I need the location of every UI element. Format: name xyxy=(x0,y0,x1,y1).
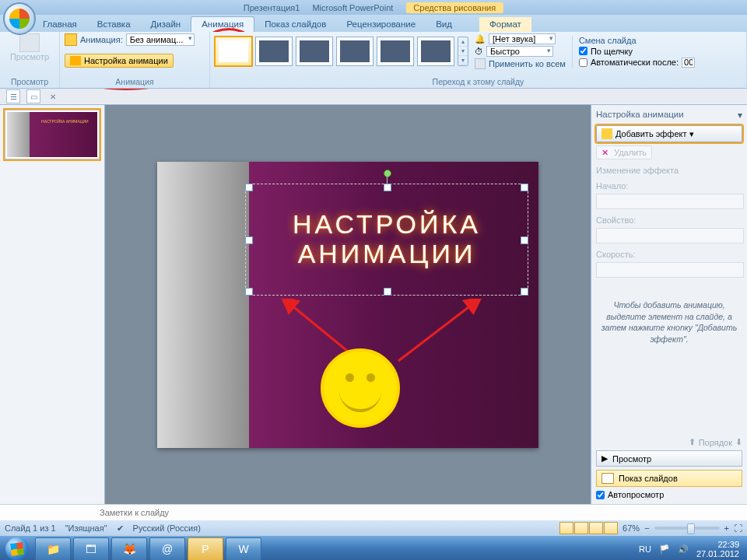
toolbar-row: ☰ ▭ ✕ xyxy=(0,89,747,105)
slides-btn[interactable]: ▭ xyxy=(26,89,40,103)
on-click-checkbox[interactable]: По щелчку xyxy=(579,47,695,56)
tab-view[interactable]: Вид xyxy=(426,17,462,32)
zoom-in[interactable]: + xyxy=(724,523,729,533)
zoom-slider[interactable] xyxy=(654,527,720,530)
status-language[interactable]: Русский (Россия) xyxy=(133,523,201,533)
group-transition-label: Переход к этому слайду xyxy=(215,75,742,86)
close-pane-btn[interactable]: ✕ xyxy=(47,90,59,103)
handle-t[interactable] xyxy=(384,184,391,191)
notes-bar[interactable]: Заметки к слайду xyxy=(0,504,747,520)
handle-tr[interactable] xyxy=(521,184,528,191)
start-button[interactable] xyxy=(2,536,33,560)
preview-button[interactable]: Просмотр xyxy=(5,33,54,61)
taskbar-app-2[interactable]: @ xyxy=(149,537,185,560)
auto-after-checkbox[interactable]: Автоматически после: xyxy=(579,58,695,68)
property-dropdown xyxy=(596,228,744,243)
thumbnails-pane[interactable]: 1 НАСТРОЙКА АНИМАЦИИ xyxy=(0,105,105,504)
tray-flag-icon[interactable]: 🏳️ xyxy=(659,544,670,555)
autopreview-checkbox[interactable]: Автопросмотр xyxy=(596,490,742,499)
notes-placeholder: Заметки к слайду xyxy=(100,508,169,517)
system-tray[interactable]: RU 🏳️ 🔊 22:39 27.01.2012 xyxy=(639,540,745,558)
slide-number: 1 xyxy=(0,112,1,121)
auto-after-input[interactable] xyxy=(682,58,695,68)
pane-preview-label: Просмотр xyxy=(612,454,651,464)
apply-all-button[interactable]: Применить ко всем xyxy=(475,58,566,69)
handle-bl[interactable] xyxy=(245,288,253,296)
tray-clock[interactable]: 22:39 27.01.2012 xyxy=(696,540,739,558)
taskbar-firefox[interactable]: 🦊 xyxy=(111,537,147,560)
slide-change-options: Смена слайда По щелчку Автоматически пос… xyxy=(572,36,695,68)
handle-r[interactable] xyxy=(521,236,528,244)
outline-btn[interactable]: ☰ xyxy=(6,89,20,103)
transition-gallery[interactable]: ▴▾▾ xyxy=(215,35,468,68)
taskbar-word[interactable]: W xyxy=(226,537,261,560)
screen-icon xyxy=(601,473,614,484)
status-theme: "Изящная" xyxy=(65,523,107,533)
pane-slideshow-button[interactable]: Показ слайдов xyxy=(596,470,742,487)
taskbar-explorer[interactable]: 📁 xyxy=(35,537,71,560)
add-effect-button[interactable]: Добавить эффект ▾ xyxy=(596,125,742,142)
tab-animation[interactable]: Анимация xyxy=(191,16,254,32)
start-dropdown xyxy=(596,194,744,209)
handle-br[interactable] xyxy=(521,288,528,296)
tray-lang[interactable]: RU xyxy=(639,544,651,554)
custom-animation-label: Настройка анимации xyxy=(84,56,168,65)
smiley-mouth xyxy=(339,389,381,412)
custom-animation-button[interactable]: Настройка анимации xyxy=(65,54,174,68)
animation-dropdown[interactable]: Без анимац... xyxy=(126,33,195,46)
transition-thumb-2[interactable] xyxy=(296,37,333,66)
title-bar: Презентация1 Microsoft PowerPoint Средст… xyxy=(0,0,747,15)
title-center: Презентация1 Microsoft PowerPoint Средст… xyxy=(244,2,503,13)
view-buttons[interactable] xyxy=(559,522,618,534)
animation-label: Анимация: xyxy=(80,35,123,44)
smiley-shape[interactable] xyxy=(321,348,400,428)
title-placeholder[interactable]: НАСТРОЙКА АНИМАЦИИ xyxy=(254,193,519,286)
sound-dropdown[interactable]: [Нет звука] xyxy=(489,33,556,44)
preview-icon xyxy=(19,33,40,52)
tab-home[interactable]: Главная xyxy=(33,17,87,32)
chevron-down-icon: ▾ xyxy=(689,129,694,139)
tab-design[interactable]: Дизайн xyxy=(141,17,191,32)
handle-b[interactable] xyxy=(384,288,391,296)
transition-thumb-1[interactable] xyxy=(255,37,293,66)
ribbon-body: Просмотр Просмотр Анимация: Без анимац..… xyxy=(0,32,747,89)
play-icon: ▶ xyxy=(601,453,608,464)
slide-change-label: Смена слайда xyxy=(579,36,695,45)
tray-time: 22:39 xyxy=(696,540,739,549)
slide-sheet: НАСТРОЙКА АНИМАЦИИ xyxy=(157,162,538,448)
tab-review[interactable]: Рецензирование xyxy=(336,17,426,32)
spellcheck-icon[interactable]: ✔ xyxy=(117,523,124,534)
tab-format[interactable]: Формат xyxy=(479,17,531,32)
tray-volume-icon[interactable]: 🔊 xyxy=(678,544,689,555)
smiley-eye-left xyxy=(345,373,354,382)
windows-logo-icon xyxy=(10,542,24,556)
speed-dropdown[interactable]: Быстро xyxy=(486,46,553,57)
remove-label: Удалить xyxy=(614,148,647,157)
pane-preview-button[interactable]: ▶Просмотр xyxy=(596,450,742,467)
gallery-scroll[interactable]: ▴▾▾ xyxy=(458,37,468,66)
rotate-handle[interactable] xyxy=(384,170,391,177)
taskbar-powerpoint[interactable]: P xyxy=(188,537,223,560)
handle-tl[interactable] xyxy=(245,184,253,191)
tab-slideshow[interactable]: Показ слайдов xyxy=(254,17,336,32)
transition-thumb-4[interactable] xyxy=(377,37,414,66)
autopreview-label: Автопросмотр xyxy=(608,490,664,499)
fit-window[interactable]: ⛶ xyxy=(734,523,742,533)
pane-slideshow-label: Показ слайдов xyxy=(619,474,678,483)
transition-thumb-5[interactable] xyxy=(417,37,454,66)
slide-canvas[interactable]: НАСТРОЙКА АНИМАЦИИ xyxy=(105,105,591,504)
workarea: 1 НАСТРОЙКА АНИМАЦИИ НАСТРОЙКА АНИМАЦИИ xyxy=(0,105,747,504)
zoom-out[interactable]: − xyxy=(644,523,649,533)
status-slide: Слайд 1 из 1 xyxy=(5,523,56,533)
taskbar-app-1[interactable]: 🗔 xyxy=(73,537,109,560)
handle-l[interactable] xyxy=(245,236,253,244)
transition-thumb-3[interactable] xyxy=(336,37,374,66)
doc-name: Презентация1 xyxy=(244,3,300,12)
tab-insert[interactable]: Вставка xyxy=(87,17,141,32)
order-label: Порядок xyxy=(699,438,732,447)
office-button[interactable] xyxy=(3,2,36,35)
custom-animation-pane: Настройка анимации ▾ Добавить эффект ▾ ✕… xyxy=(591,105,747,504)
transition-none[interactable] xyxy=(215,37,252,66)
slide-thumb-1[interactable]: 1 НАСТРОЙКА АНИМАЦИИ xyxy=(5,110,100,159)
pane-dropdown-icon[interactable]: ▾ xyxy=(738,110,742,121)
